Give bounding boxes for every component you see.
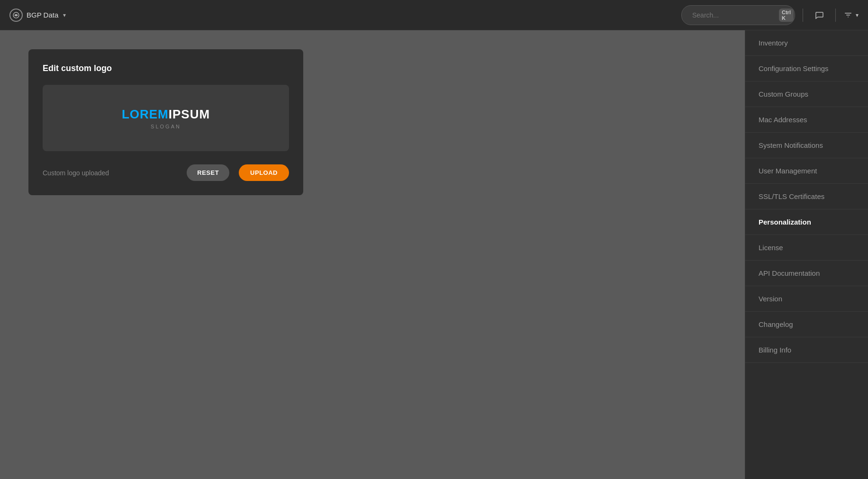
navbar: BGP Data ▾ Ctrl K ▾ bbox=[0, 0, 868, 30]
svg-rect-3 bbox=[846, 15, 850, 16]
navbar-left: BGP Data ▾ bbox=[9, 9, 66, 22]
logo-card-footer: Custom logo uploaded RESET UPLOAD bbox=[43, 164, 289, 181]
sidebar-item-changelog[interactable]: Changelog bbox=[745, 312, 868, 337]
sidebar-item-user-management[interactable]: User Management bbox=[745, 158, 868, 184]
brand-chevron[interactable]: ▾ bbox=[63, 12, 66, 18]
chat-button[interactable] bbox=[811, 7, 828, 24]
reset-button[interactable]: RESET bbox=[187, 164, 229, 181]
lorem-ipsum-logo: LOREMIPSUM SLOGAN bbox=[122, 107, 210, 129]
lorem-part: LOREM bbox=[122, 107, 169, 121]
navbar-divider bbox=[803, 9, 803, 22]
navbar-divider2 bbox=[835, 9, 836, 22]
slogan-text: SLOGAN bbox=[151, 124, 181, 129]
sidebar-item-inventory[interactable]: Inventory bbox=[745, 30, 868, 56]
sidebar: InventoryConfiguration SettingsCustom Gr… bbox=[745, 30, 868, 479]
upload-button[interactable]: UPLOAD bbox=[239, 164, 289, 181]
filter-button[interactable]: ▾ bbox=[843, 10, 859, 20]
sidebar-item-ssl/tls-certificates[interactable]: SSL/TLS Certificates bbox=[745, 184, 868, 209]
brand-name: BGP Data bbox=[27, 11, 58, 19]
main-layout: Edit custom logo LOREMIPSUM SLOGAN Custo… bbox=[0, 30, 868, 479]
sidebar-item-api-documentation[interactable]: API Documentation bbox=[745, 261, 868, 286]
sidebar-item-personalization[interactable]: Personalization bbox=[745, 209, 868, 235]
sidebar-item-configuration-settings[interactable]: Configuration Settings bbox=[745, 56, 868, 81]
kbd-shortcut: Ctrl K bbox=[779, 9, 794, 22]
sidebar-item-mac-addresses[interactable]: Mac Addresses bbox=[745, 107, 868, 133]
filter-chevron: ▾ bbox=[856, 12, 859, 18]
lorem-ipsum-text: LOREMIPSUM bbox=[122, 107, 210, 122]
sidebar-item-billing-info[interactable]: Billing Info bbox=[745, 337, 868, 363]
logo-card: Edit custom logo LOREMIPSUM SLOGAN Custo… bbox=[28, 49, 303, 195]
ipsum-part: IPSUM bbox=[169, 107, 210, 121]
sidebar-item-system-notifications[interactable]: System Notifications bbox=[745, 133, 868, 158]
search-bar[interactable]: Ctrl K bbox=[681, 5, 795, 25]
sidebar-item-custom-groups[interactable]: Custom Groups bbox=[745, 81, 868, 107]
sidebar-item-version[interactable]: Version bbox=[745, 286, 868, 312]
filter-icon bbox=[843, 10, 853, 20]
search-input[interactable] bbox=[692, 11, 775, 19]
logo-preview: LOREMIPSUM SLOGAN bbox=[43, 85, 289, 151]
logo-card-title: Edit custom logo bbox=[43, 63, 289, 73]
navbar-right: Ctrl K ▾ bbox=[681, 5, 859, 25]
logo-status: Custom logo uploaded bbox=[43, 169, 177, 177]
brand-icon[interactable] bbox=[9, 9, 23, 22]
svg-rect-4 bbox=[848, 17, 849, 18]
content-area: Edit custom logo LOREMIPSUM SLOGAN Custo… bbox=[0, 30, 745, 479]
svg-rect-2 bbox=[845, 13, 851, 14]
sidebar-item-license[interactable]: License bbox=[745, 235, 868, 261]
